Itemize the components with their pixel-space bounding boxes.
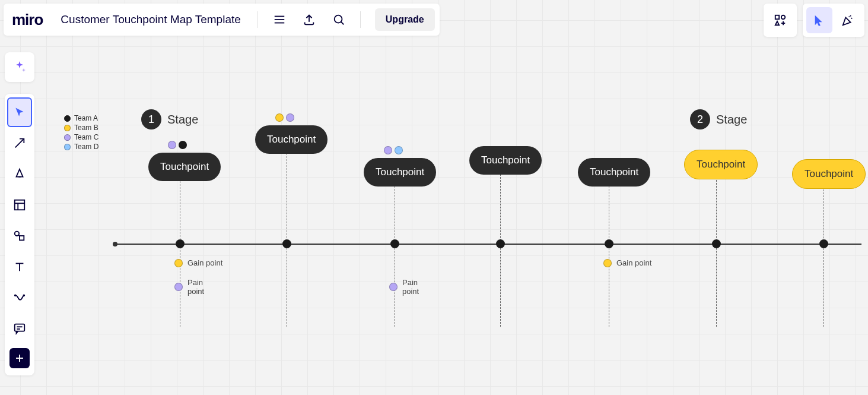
touchpoint-pill[interactable]: Touchpoint	[578, 158, 650, 187]
timeline[interactable]	[114, 244, 861, 245]
team-dot	[179, 141, 187, 149]
touchpoint-pill[interactable]: Touchpoint	[148, 153, 221, 181]
legend-item: Team A	[64, 114, 98, 122]
gain-point-label: Gain point	[616, 258, 651, 267]
timeline-node[interactable]	[176, 239, 185, 248]
connector-dashed	[500, 174, 501, 327]
legend-label: Team A	[74, 114, 98, 122]
team-dot	[168, 141, 176, 149]
team-dot	[286, 113, 294, 122]
legend-item: Team B	[64, 124, 98, 132]
legend-item: Team D	[64, 143, 98, 151]
pain-point[interactable]: Pain point	[389, 278, 425, 296]
connector-dashed	[824, 187, 824, 327]
pain-point-label: Pain point	[187, 278, 208, 296]
legend-dot	[64, 125, 71, 131]
touchpoint-pill[interactable]: Touchpoint	[684, 150, 758, 179]
pain-dot-icon	[389, 283, 398, 291]
stage-label: Stage	[167, 113, 198, 127]
team-dot	[275, 113, 284, 122]
team-dot	[395, 146, 403, 154]
gain-point-label: Gain point	[187, 258, 222, 267]
stage-label: Stage	[716, 113, 747, 127]
timeline-node[interactable]	[390, 239, 399, 248]
timeline-node[interactable]	[605, 239, 613, 248]
team-tags[interactable]	[275, 113, 294, 122]
connector-dashed	[716, 177, 717, 327]
timeline-node[interactable]	[282, 239, 291, 248]
legend-item: Team C	[64, 133, 98, 141]
touchpoint-pill[interactable]: Touchpoint	[469, 146, 542, 175]
team-dot	[384, 146, 392, 154]
touchpoint-pill[interactable]: Touchpoint	[364, 158, 436, 187]
stage-number: 2	[690, 109, 710, 129]
touchpoint-pill[interactable]: Touchpoint	[792, 159, 866, 189]
legend-dot	[64, 144, 71, 150]
pain-point[interactable]: Pain point	[174, 278, 210, 296]
stage-marker-2[interactable]: 2 Stage	[690, 109, 747, 129]
gain-point[interactable]: Gain point	[603, 258, 651, 267]
canvas[interactable]: Team A Team B Team C Team D 1 Stage 2 St…	[0, 0, 868, 395]
pain-dot-icon	[174, 283, 183, 291]
timeline-node[interactable]	[496, 239, 505, 248]
team-legend[interactable]: Team A Team B Team C Team D	[64, 114, 98, 152]
pain-point-label: Pain point	[402, 278, 422, 296]
connector-dashed	[180, 178, 180, 327]
legend-label: Team B	[74, 124, 98, 132]
gain-dot-icon	[603, 259, 612, 267]
legend-label: Team C	[74, 133, 98, 141]
legend-dot	[64, 115, 71, 122]
timeline-node[interactable]	[819, 239, 828, 248]
legend-label: Team D	[74, 143, 98, 151]
connector-dashed	[609, 186, 609, 327]
team-tags[interactable]	[384, 146, 403, 154]
touchpoint-pill[interactable]: Touchpoint	[255, 125, 328, 154]
connector-dashed	[395, 186, 395, 327]
gain-dot-icon	[174, 259, 183, 267]
team-tags[interactable]	[168, 141, 187, 149]
stage-number: 1	[141, 109, 161, 129]
timeline-node[interactable]	[712, 239, 721, 248]
legend-dot	[64, 134, 71, 141]
gain-point[interactable]: Gain point	[174, 258, 222, 267]
stage-marker-1[interactable]: 1 Stage	[141, 109, 198, 129]
